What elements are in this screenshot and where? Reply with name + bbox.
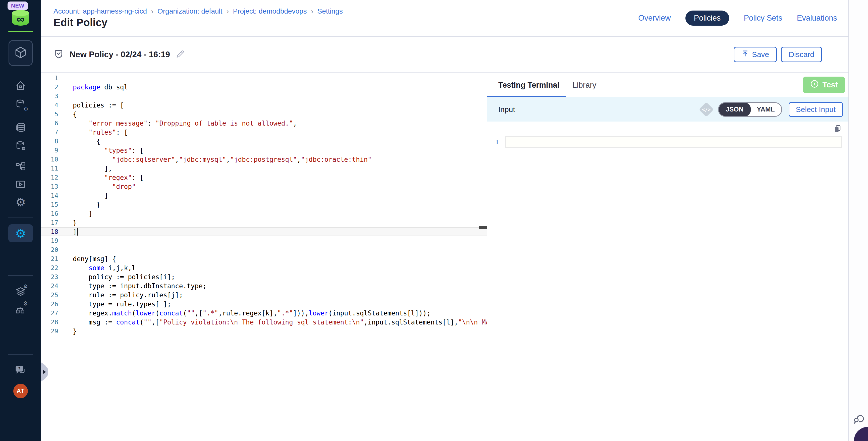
- breadcrumb-link[interactable]: Organization: default: [157, 7, 222, 15]
- breadcrumb-separator: ›: [311, 7, 313, 15]
- nav-item-policies[interactable]: Policies: [685, 10, 730, 26]
- sidebar-item-database-settings[interactable]: ⚙: [0, 98, 41, 111]
- code-line-9[interactable]: 9 "types": [: [41, 146, 487, 155]
- code-line-26[interactable]: 26 type = rule.types[_];: [41, 300, 487, 309]
- line-number: 15: [41, 200, 60, 209]
- code-text: policy := policies[i];: [60, 273, 487, 282]
- code-text: }: [60, 218, 487, 227]
- code-line-12[interactable]: 12 "regex": [: [41, 173, 487, 182]
- discard-button[interactable]: Discard: [781, 47, 822, 62]
- play-circle-icon: [810, 80, 819, 90]
- expand-arrow-icon: [43, 370, 46, 374]
- code-line-2[interactable]: 2package db_sql: [41, 83, 487, 92]
- nav-item-overview[interactable]: Overview: [638, 10, 671, 26]
- sidebar-divider: [8, 217, 33, 218]
- user-avatar[interactable]: AT: [13, 384, 28, 398]
- chat-bubbles-icon[interactable]: [852, 412, 865, 426]
- testing-panel: Testing TerminalLibrary Test Input </> J…: [487, 73, 848, 441]
- test-button[interactable]: Test: [803, 76, 845, 93]
- code-text: }: [60, 327, 487, 336]
- code-line-23[interactable]: 23 policy := policies[i];: [41, 273, 487, 282]
- nav-item-policy-sets[interactable]: Policy Sets: [744, 10, 782, 26]
- code-line-19[interactable]: 19: [41, 236, 487, 245]
- code-line-15[interactable]: 15 }: [41, 200, 487, 209]
- code-line-14[interactable]: 14 ]: [41, 191, 487, 200]
- sidebar-item-configuration[interactable]: ⚙: [0, 196, 41, 208]
- app-window: NEW ∞ ⚙: [0, 0, 868, 441]
- select-input-button[interactable]: Select Input: [788, 102, 843, 117]
- code-line-22[interactable]: 22 some i,j,k,l: [41, 263, 487, 273]
- code-line-27[interactable]: 27 regex.match(lower(concat("",[".*",rul…: [41, 309, 487, 318]
- format-option-json[interactable]: JSON: [718, 102, 751, 117]
- line-number: 14: [41, 191, 60, 200]
- format-option-yaml[interactable]: YAML: [750, 102, 781, 117]
- code-line-3[interactable]: 3: [41, 92, 487, 101]
- breadcrumb-link[interactable]: Project: demodbdevops: [233, 7, 307, 15]
- code-line-4[interactable]: 4policies := [: [41, 101, 487, 110]
- code-line-18[interactable]: 18]: [41, 227, 487, 236]
- input-line-1[interactable]: 1: [487, 136, 848, 148]
- breadcrumb-link[interactable]: Account: app-harness-ng-cicd: [54, 7, 147, 15]
- copy-icon[interactable]: [833, 125, 842, 135]
- line-number: 13: [41, 182, 60, 191]
- code-line-25[interactable]: 25 rule := policy.rules[j];: [41, 290, 487, 300]
- help-chat-icon: ?: [14, 364, 27, 377]
- code-line-1[interactable]: 1: [41, 73, 487, 83]
- breadcrumb: Account: app-harness-ng-cicd›Organizatio…: [54, 7, 343, 15]
- code-line-8[interactable]: 8 {: [41, 137, 487, 146]
- input-line-content[interactable]: [505, 136, 842, 148]
- tab-library[interactable]: Library: [566, 73, 603, 97]
- code-line-29[interactable]: 29}: [41, 327, 487, 336]
- code-text: "drop": [60, 182, 487, 191]
- sidebar-item-executions[interactable]: [0, 179, 41, 191]
- line-number: 26: [41, 300, 60, 309]
- database-gear-icon: ⚙: [15, 98, 26, 111]
- code-line-5[interactable]: 5{: [41, 110, 487, 119]
- sidebar-item-help[interactable]: ?: [0, 364, 41, 377]
- sidebar-item-database-instances[interactable]: [0, 140, 41, 152]
- code-line-24[interactable]: 24 type := input.dbInstance.type;: [41, 282, 487, 290]
- sidebar-item-home[interactable]: [0, 81, 41, 92]
- sidebar-item-database-stack[interactable]: [0, 122, 41, 135]
- line-number: 5: [41, 110, 60, 119]
- input-editor[interactable]: 1: [487, 122, 848, 148]
- sidebar-divider: [8, 275, 33, 276]
- edit-pencil-icon[interactable]: [176, 49, 185, 60]
- line-number: 9: [41, 146, 60, 155]
- nav-item-evaluations[interactable]: Evaluations: [797, 10, 837, 26]
- code-line-17[interactable]: 17}: [41, 218, 487, 227]
- code-line-21[interactable]: 21deny[msg] {: [41, 254, 487, 263]
- line-number: 19: [41, 236, 60, 245]
- code-line-6[interactable]: 6 "error_message": "Dropping of table is…: [41, 119, 487, 128]
- code-line-20[interactable]: 20: [41, 245, 487, 254]
- line-number: 3: [41, 92, 60, 101]
- line-number: 27: [41, 309, 60, 318]
- line-number: 11: [41, 164, 60, 173]
- code-text: [60, 73, 487, 83]
- code-line-11[interactable]: 11 ],: [41, 164, 487, 173]
- tab-testing-terminal[interactable]: Testing Terminal: [487, 73, 566, 97]
- sidebar-item-policies[interactable]: ⚙: [0, 286, 41, 298]
- sidebar-item-infrastructure[interactable]: ⚙: [0, 303, 41, 316]
- code-text: ],: [60, 164, 487, 173]
- code-line-28[interactable]: 28 msg := concat("",["Policy violation:\…: [41, 318, 487, 327]
- policy-code-editor[interactable]: 12package db_sql34policies := [5{6 "erro…: [41, 73, 487, 441]
- network-gears-icon: ⚙: [15, 303, 26, 316]
- code-line-13[interactable]: 13 "drop": [41, 182, 487, 191]
- save-button[interactable]: Save: [734, 47, 777, 62]
- format-toggle: JSONYAML: [718, 102, 782, 117]
- policy-card-header: New Policy - 02/24 - 16:19 Save Discard: [41, 36, 848, 72]
- code-line-16[interactable]: 16 ]: [41, 209, 487, 218]
- sidebar-item-settings-active[interactable]: ⚙: [8, 224, 33, 242]
- sidebar-item-pipelines[interactable]: [0, 161, 41, 173]
- db-devops-logo-icon[interactable]: ∞: [12, 10, 29, 26]
- sidebar-item-module-cube[interactable]: [8, 40, 33, 66]
- code-text: "error_message": "Dropping of table is n…: [60, 119, 487, 128]
- code-line-7[interactable]: 7 "rules": [: [41, 128, 487, 137]
- code-line-10[interactable]: 10 "jdbc:sqlserver","jdbc:mysql","jdbc:p…: [41, 155, 487, 164]
- code-text: ]: [60, 191, 487, 200]
- chat-widget-corner[interactable]: [854, 427, 868, 441]
- code-text: ]: [60, 209, 487, 218]
- breadcrumb-link[interactable]: Settings: [317, 7, 343, 15]
- code-text: "regex": [: [60, 173, 487, 182]
